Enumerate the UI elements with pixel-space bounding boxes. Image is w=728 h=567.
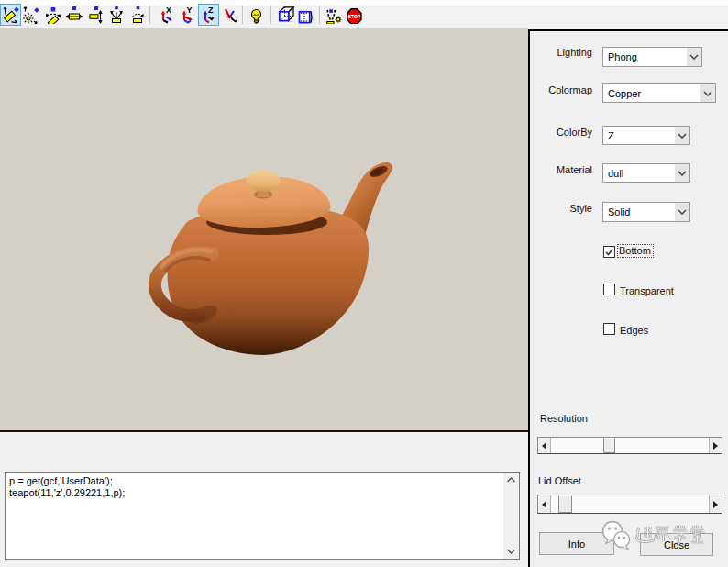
svg-text:Y: Y <box>186 6 192 15</box>
svg-text:STOP: STOP <box>347 13 360 18</box>
svg-text:Z: Z <box>208 6 214 15</box>
svg-text:X: X <box>166 6 171 15</box>
